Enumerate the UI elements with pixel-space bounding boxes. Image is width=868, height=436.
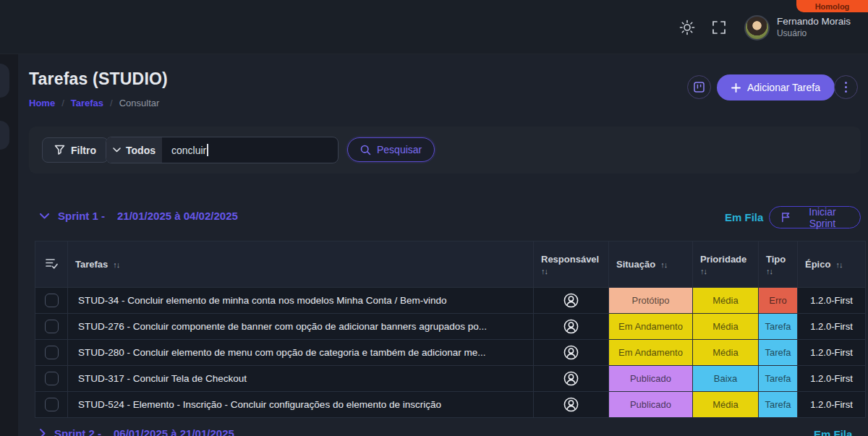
- chevron-down-icon: [113, 148, 121, 153]
- column-label: Tipo: [766, 254, 786, 265]
- sidebar-item-peek[interactable]: [0, 121, 9, 150]
- more-options-button[interactable]: [834, 75, 858, 99]
- sprint-date-range: 21/01/2025 à 04/02/2025: [117, 210, 238, 222]
- assignee-user-icon[interactable]: [563, 372, 579, 384]
- task-table: Tarefas ↑↓ Responsável ↑↓ Situação ↑↓: [35, 241, 866, 418]
- text-caret: [207, 144, 208, 156]
- column-label: Tarefas: [75, 259, 108, 270]
- column-header-priority[interactable]: Prioridade ↑↓: [693, 241, 759, 288]
- column-label: Prioridade: [700, 254, 746, 265]
- row-checkbox[interactable]: [45, 346, 59, 359]
- kanban-board-button[interactable]: [687, 75, 711, 99]
- task-title[interactable]: STUD-280 - Concluir elemento de menu com…: [68, 340, 534, 366]
- assignee-user-icon[interactable]: [563, 294, 579, 306]
- add-task-button[interactable]: Adicionar Tarefa: [717, 74, 835, 101]
- task-title[interactable]: STUD-276 - Concluir componente de banner…: [68, 314, 534, 340]
- status-badge: Em Andamento: [609, 314, 693, 340]
- filter-button[interactable]: Filtro: [42, 137, 109, 163]
- vertical-dots-icon: [845, 82, 847, 93]
- sort-icon: ↑↓: [541, 267, 548, 275]
- filter-funnel-icon: [54, 145, 65, 155]
- topbar: Fernando Morais Usuário: [0, 0, 868, 54]
- type-badge: Tarefa: [759, 392, 798, 418]
- next-sprint-status-badge: Em Fila: [814, 428, 852, 436]
- sort-icon: ↑↓: [766, 267, 773, 275]
- breadcrumb-separator: /: [110, 98, 113, 108]
- search-input-value: concluir: [171, 145, 206, 156]
- sprint-toggle[interactable]: Sprint 1 - 21/01/2025 à 04/02/2025: [40, 210, 238, 222]
- column-header-assignee[interactable]: Responsável ↑↓: [534, 241, 609, 288]
- fullscreen-icon[interactable]: [708, 17, 730, 38]
- column-label: Responsável: [541, 254, 599, 265]
- status-badge: Protótipo: [609, 288, 693, 314]
- assignee-user-icon[interactable]: [563, 346, 579, 358]
- row-checkbox[interactable]: [45, 398, 59, 411]
- table-row[interactable]: STUD-317 - Concluir Tela de Checkout Pub…: [35, 366, 866, 392]
- row-checkbox[interactable]: [45, 320, 59, 333]
- table-header-row: Tarefas ↑↓ Responsável ↑↓ Situação ↑↓: [35, 241, 866, 288]
- start-sprint-button[interactable]: Iniciar Sprint: [769, 206, 861, 228]
- priority-badge: Baixa: [693, 366, 759, 392]
- chevron-down-icon: [40, 213, 49, 219]
- main-content: Tarefas (STUDIO) Home / Tarefas / Consul…: [18, 54, 868, 436]
- next-sprint-toggle[interactable]: Sprint 2 - 06/01/2025 à 21/01/2025: [40, 427, 234, 436]
- flag-icon: [781, 212, 791, 223]
- plus-icon: [731, 83, 741, 93]
- task-title[interactable]: STUD-524 - Elemento - Inscrição - Conclu…: [68, 392, 534, 418]
- table-row[interactable]: STUD-34 - Concluir elemento de minha con…: [35, 288, 866, 314]
- assignee-user-icon[interactable]: [563, 398, 579, 410]
- type-badge: Tarefa: [759, 340, 798, 366]
- sort-icon: ↑↓: [700, 267, 707, 275]
- search-combo: Todos concluir: [106, 137, 339, 163]
- sprint-status-badge: Em Fila: [725, 211, 763, 223]
- sprint-header: Sprint 1 - 21/01/2025 à 04/02/2025 Em Fi…: [29, 206, 861, 229]
- user-name: Fernando Morais: [777, 16, 851, 28]
- start-sprint-label: Iniciar Sprint: [796, 206, 848, 229]
- priority-badge: Média: [693, 392, 759, 418]
- search-button-label: Pesquisar: [377, 144, 422, 155]
- kanban-board-icon: [694, 82, 705, 93]
- sprint-name: Sprint 1 -: [58, 210, 105, 222]
- scope-dropdown-label: Todos: [126, 145, 156, 156]
- scope-dropdown[interactable]: Todos: [106, 137, 162, 163]
- assignee-user-icon[interactable]: [563, 320, 579, 332]
- sidebar-item-peek[interactable]: [0, 64, 9, 98]
- checklist-icon: [45, 257, 59, 270]
- priority-badge: Média: [693, 340, 759, 366]
- epic-label: 1.2.0-First: [798, 392, 866, 418]
- breadcrumb-separator: /: [61, 98, 64, 108]
- avatar[interactable]: [744, 15, 770, 40]
- column-header-tasks[interactable]: Tarefas ↑↓: [68, 241, 534, 288]
- row-checkbox[interactable]: [45, 372, 59, 385]
- column-header-epic[interactable]: Épico ↑↓: [798, 241, 866, 288]
- table-row[interactable]: STUD-524 - Elemento - Inscrição - Conclu…: [35, 392, 866, 418]
- column-header-status[interactable]: Situação ↑↓: [609, 241, 693, 288]
- next-sprint-header: Sprint 2 - 06/01/2025 à 21/01/2025 Em Fi…: [29, 427, 861, 436]
- epic-label: 1.2.0-First: [798, 288, 866, 314]
- table-row[interactable]: STUD-280 - Concluir elemento de menu com…: [35, 340, 866, 366]
- task-title[interactable]: STUD-317 - Concluir Tela de Checkout: [68, 366, 534, 392]
- search-button[interactable]: Pesquisar: [347, 137, 435, 162]
- task-title[interactable]: STUD-34 - Concluir elemento de minha con…: [68, 288, 534, 314]
- type-badge: Erro: [759, 288, 798, 314]
- breadcrumb-home[interactable]: Home: [29, 98, 55, 108]
- priority-badge: Média: [693, 288, 759, 314]
- sort-icon: ↑↓: [113, 260, 119, 269]
- search-input[interactable]: concluir: [162, 137, 338, 163]
- epic-label: 1.2.0-First: [798, 314, 866, 340]
- theme-toggle-sun-icon[interactable]: [676, 17, 698, 38]
- breadcrumb-tarefas[interactable]: Tarefas: [71, 98, 103, 108]
- type-badge: Tarefa: [759, 366, 798, 392]
- column-header-type[interactable]: Tipo ↑↓: [759, 241, 798, 288]
- select-all-header[interactable]: [35, 241, 68, 288]
- sort-icon: ↑↓: [660, 260, 667, 269]
- sort-icon: ↑↓: [835, 260, 842, 269]
- next-sprint-date-range: 06/01/2025 à 21/01/2025: [114, 427, 234, 436]
- environment-badge: Homolog: [796, 0, 868, 12]
- table-row[interactable]: STUD-276 - Concluir componente de banner…: [35, 314, 866, 340]
- filter-panel: Filtro Todos concluir Pesquisar: [29, 127, 861, 174]
- status-badge: Publicado: [609, 366, 693, 392]
- status-badge: Publicado: [609, 392, 693, 418]
- topbar-right-cluster: Fernando Morais Usuário: [676, 12, 851, 43]
- row-checkbox[interactable]: [45, 294, 59, 307]
